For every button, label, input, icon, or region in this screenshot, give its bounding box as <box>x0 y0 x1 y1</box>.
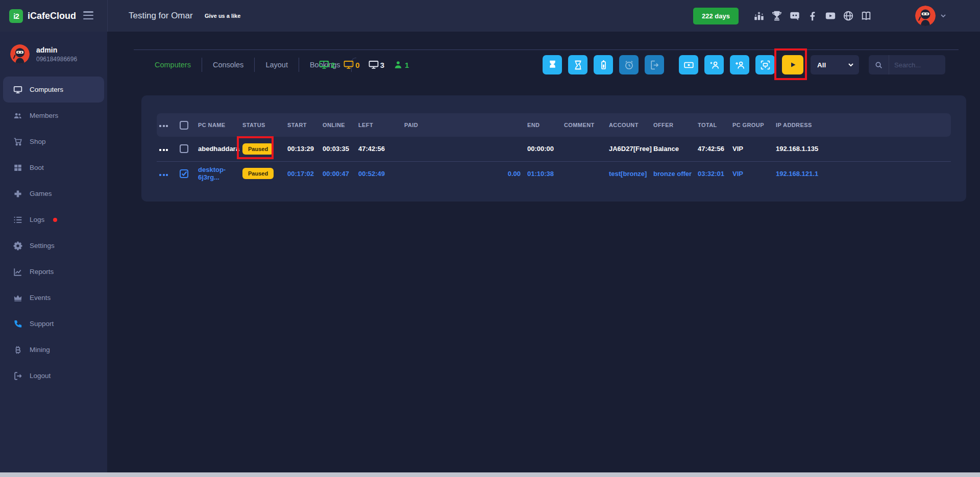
chevron-down-icon <box>940 13 946 19</box>
give-us-a-like-link[interactable]: Give us a like <box>205 0 240 32</box>
paid-cell <box>404 137 521 161</box>
sidebar-item-label: Computers <box>30 86 63 93</box>
horizontal-scrollbar[interactable] <box>0 472 980 477</box>
sidebar-item-members[interactable]: Members <box>0 103 107 129</box>
sign-out-button[interactable] <box>645 55 664 74</box>
discord-icon[interactable] <box>789 10 800 21</box>
cash-button[interactable] <box>679 55 698 74</box>
alarm-button[interactable] <box>619 55 639 74</box>
col-pc-name: PC NAME <box>198 113 242 137</box>
sidebar-user-block[interactable]: admin 096184986696 <box>0 32 107 77</box>
search-box <box>869 55 945 74</box>
sidebar-item-logs[interactable]: Logs <box>0 207 107 233</box>
tab-computers[interactable]: Computers <box>144 61 202 69</box>
sidebar-item-computers[interactable]: Computers <box>3 77 104 103</box>
counter-online-pcs[interactable]: 2 <box>319 60 335 69</box>
hamburger-menu-icon[interactable] <box>83 11 93 19</box>
user-name: admin <box>36 46 77 54</box>
cash-icon <box>683 60 694 70</box>
pc-name-cell[interactable]: abedhaddara <box>198 137 242 161</box>
monitor-icon <box>344 60 354 69</box>
counter-offline-pcs[interactable]: 3 <box>369 60 384 69</box>
screenshot-icon <box>760 60 771 70</box>
gear-icon <box>13 241 22 250</box>
tab-consoles[interactable]: Consoles <box>202 61 254 69</box>
offer-cell: Balance <box>653 137 698 161</box>
search-input[interactable] <box>889 61 945 69</box>
ip-cell: 192.168.121.1 <box>776 161 951 186</box>
counter-paused-pcs[interactable]: 0 <box>344 60 359 69</box>
trophy-icon[interactable] <box>771 10 782 21</box>
sidebar-item-settings[interactable]: Settings <box>0 233 107 259</box>
globe-icon[interactable] <box>843 10 854 21</box>
total-cell: 03:32:01 <box>698 161 732 186</box>
brand[interactable]: i2 iCafeCloud <box>9 0 76 32</box>
row-checkbox[interactable] <box>180 169 188 178</box>
screenshot-button[interactable] <box>755 55 775 74</box>
alarm-icon <box>624 60 634 70</box>
comment-cell <box>564 137 609 161</box>
sidebar-item-label: Logout <box>30 372 51 380</box>
sidebar-item-games[interactable]: Games <box>0 181 107 207</box>
manual-book-icon[interactable] <box>861 10 872 21</box>
sidebar-item-label: Mining <box>30 346 50 354</box>
sidebar-item-boot[interactable]: Boot <box>0 155 107 181</box>
row-checkbox[interactable] <box>180 144 188 153</box>
sidebar-item-label: Reports <box>30 268 54 275</box>
account-cell: JA6D27[Free] <box>609 137 653 161</box>
user-menu[interactable] <box>915 6 946 26</box>
pc-group-filter: All <box>811 55 859 74</box>
row-menu-icon[interactable] <box>157 149 168 151</box>
pc-group-filter-select[interactable]: All <box>811 55 859 74</box>
crown-icon <box>13 293 22 303</box>
pc-name-cell[interactable]: desktop-6j3rg... <box>198 161 242 186</box>
sidebar-item-events[interactable]: Events <box>0 285 107 311</box>
battery-button[interactable] <box>594 55 613 74</box>
end-cell: 01:10:38 <box>521 161 564 186</box>
user-star-icon <box>709 60 720 70</box>
start-cell: 00:13:29 <box>287 137 323 161</box>
sidebar-item-mining[interactable]: Mining <box>0 337 107 363</box>
main-content: Computers Consoles Layout Bookings 2 0 <box>107 32 980 477</box>
col-offer: OFFER <box>653 113 698 137</box>
days-remaining-button[interactable]: 222 days <box>693 8 739 24</box>
status-badge: Paused <box>242 143 274 155</box>
table-menu-icon[interactable] <box>157 125 168 127</box>
action-buttons <box>543 55 775 74</box>
people-icon <box>13 111 22 120</box>
user-star-button[interactable] <box>704 55 724 74</box>
chart-icon <box>13 267 22 277</box>
offer-cell: bronze offer <box>653 161 698 186</box>
sidebar-item-label: Members <box>30 112 58 119</box>
sidebar-item-logout[interactable]: Logout <box>0 363 107 389</box>
account-cell: test[bronze] <box>609 161 653 186</box>
user-phone: 096184986696 <box>36 56 77 63</box>
start-selected-button[interactable] <box>782 55 803 74</box>
row-menu-icon[interactable] <box>157 174 168 176</box>
online-cell: 00:00:47 <box>323 161 358 186</box>
select-all-checkbox[interactable] <box>180 121 188 130</box>
start-cell: 00:17:02 <box>287 161 323 186</box>
youtube-icon[interactable] <box>825 10 836 21</box>
tab-layout[interactable]: Layout <box>255 61 299 69</box>
sidebar-item-support[interactable]: Support <box>0 311 107 337</box>
sidebar-item-reports[interactable]: Reports <box>0 259 107 285</box>
user-add-button[interactable] <box>730 55 749 74</box>
col-total: TOTAL <box>698 113 732 137</box>
col-online: ONLINE <box>323 113 358 137</box>
windows-icon <box>13 163 22 172</box>
sidebar-item-label: Boot <box>30 164 44 171</box>
hourglass-outline-button[interactable] <box>568 55 587 74</box>
pc-group-cell: VIP <box>732 161 776 186</box>
logout-icon <box>13 371 22 381</box>
col-paid: PAID <box>404 113 521 137</box>
sidebar-item-shop[interactable]: Shop <box>0 129 107 155</box>
status-counters: 2 0 3 1 <box>319 55 409 74</box>
sidebar-item-label: Support <box>30 320 54 328</box>
counter-members-online[interactable]: 1 <box>393 60 409 69</box>
monitor-icon <box>369 60 379 69</box>
ranking-icon[interactable] <box>753 10 765 21</box>
facebook-icon[interactable] <box>807 10 818 21</box>
pc-group-cell: VIP <box>732 137 776 161</box>
hourglass-filled-button[interactable] <box>543 55 562 74</box>
